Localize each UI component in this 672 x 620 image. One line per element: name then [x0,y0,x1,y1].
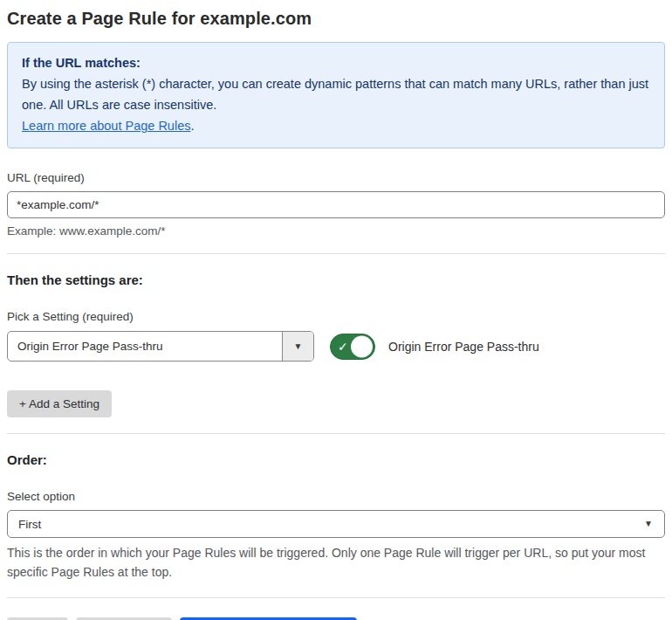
info-box-body: By using the asterisk (*) character, you… [22,73,650,115]
order-select-label: Select option [7,490,665,503]
url-example-helper: Example: www.example.com/* [7,224,665,238]
setting-toggle-on[interactable]: ✓ [330,334,375,360]
setting-row: Origin Error Page Pass-thru ▼ ✓ Origin E… [7,331,665,362]
order-helper-text: This is the order in which your Page Rul… [7,543,660,582]
pick-setting-label: Pick a Setting (required) [7,310,665,323]
order-select[interactable]: First ▼ [7,510,665,538]
setting-picker-arrow-button[interactable]: ▼ [282,332,313,361]
info-box-link-line: Learn more about Page Rules. [22,115,650,136]
divider [7,597,665,598]
chevron-down-icon: ▼ [294,342,303,351]
url-field-label: URL (required) [7,171,665,184]
page-title: Create a Page Rule for example.com [7,9,665,29]
link-suffix: . [190,119,194,133]
info-box-heading: If the URL matches: [22,52,650,73]
toggle-knob [351,335,373,357]
setting-picker-value: Origin Error Page Pass-thru [8,332,282,361]
setting-picker-dropdown[interactable]: Origin Error Page Pass-thru ▼ [7,331,314,362]
order-section-heading: Order: [7,452,665,467]
settings-section-heading: Then the settings are: [7,272,665,287]
divider [7,433,665,434]
order-select-value: First [18,518,41,531]
learn-more-link[interactable]: Learn more about Page Rules [22,119,190,133]
url-input[interactable] [7,191,665,218]
add-setting-button[interactable]: + Add a Setting [7,390,112,417]
chevron-down-icon: ▼ [644,520,653,528]
url-match-info-box: If the URL matches: By using the asteris… [7,42,665,148]
setting-toggle-label: Origin Error Page Pass-thru [388,340,539,354]
divider [7,253,665,254]
check-icon: ✓ [338,340,348,352]
